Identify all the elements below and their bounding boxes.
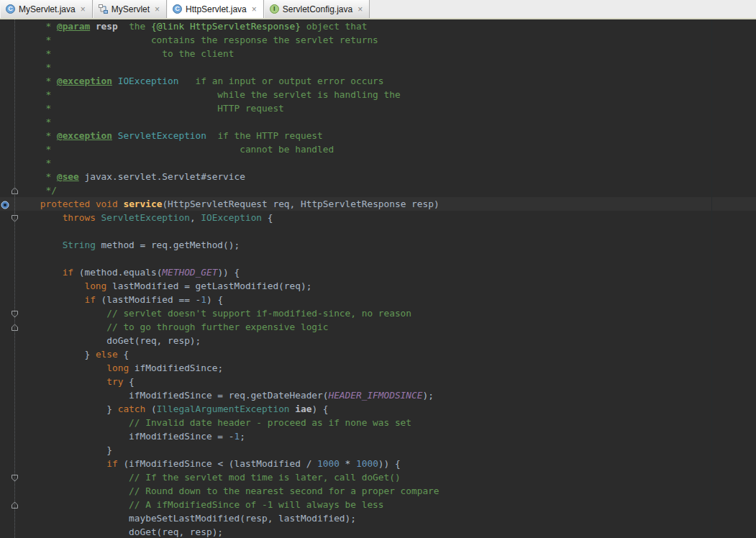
tab-bar-empty-space (370, 0, 756, 18)
tab-label: MyServlet (111, 4, 150, 14)
close-icon[interactable]: × (252, 5, 257, 14)
code-line[interactable]: doGet(req, resp); (0, 334, 756, 347)
code-line[interactable]: // A ifModifiedSince of -1 will always b… (0, 498, 756, 511)
code-line[interactable]: * to the client (0, 47, 756, 60)
code-line[interactable]: } catch (IllegalArgumentException iae) { (0, 402, 756, 416)
fold-start-icon[interactable] (10, 213, 19, 222)
code-line[interactable]: */ (0, 183, 756, 197)
tab-label: HttpServlet.java (186, 4, 247, 14)
close-icon[interactable]: × (155, 5, 160, 14)
code-line[interactable]: // Invalid date header - proceed as if n… (0, 416, 756, 429)
code-line[interactable]: if (ifModifiedSince < (lastModified / 10… (0, 457, 756, 470)
code-line[interactable]: doGet(req, resp); (0, 525, 756, 538)
code-editor[interactable]: * @param resp the {@link HttpServletResp… (0, 19, 756, 538)
code-line[interactable]: * @param resp the {@link HttpServletResp… (0, 19, 756, 33)
code-line[interactable]: * (0, 156, 756, 170)
code-line[interactable]: * cannot be handled (0, 142, 756, 156)
fold-end-icon[interactable] (10, 186, 19, 195)
code-line[interactable]: protected void service(HttpServletReques… (0, 197, 756, 211)
code-line[interactable]: * (0, 115, 756, 129)
code-line[interactable]: * @exception IOException if an input or … (0, 74, 756, 88)
code-line[interactable]: ifModifiedSince = req.getDateHeader(HEAD… (0, 388, 756, 402)
class-icon: C (173, 4, 182, 14)
fold-end-icon[interactable] (10, 322, 19, 332)
code-line[interactable]: // Round down to the nearest second for … (0, 484, 756, 498)
tab-label: MyServlet.java (19, 4, 76, 14)
fold-end-icon[interactable] (10, 500, 19, 509)
diagram-icon (99, 4, 108, 14)
tab-servletconfig-java[interactable]: I ServletConfig.java × (264, 0, 370, 18)
tab-label: ServletConfig.java (283, 4, 352, 14)
editor-tab-bar: C MyServlet.java × MyServlet × C HttpSer… (0, 0, 756, 19)
code-line[interactable]: } (0, 443, 756, 457)
code-line[interactable]: long ifModifiedSince; (0, 361, 756, 375)
code-line[interactable]: } else { (0, 347, 756, 361)
code-area[interactable]: * @param resp the {@link HttpServletResp… (0, 19, 756, 538)
interface-icon: I (270, 4, 279, 14)
code-line[interactable]: * @exception ServletException if the HTT… (0, 129, 756, 142)
tab-httpservlet-java[interactable]: C HttpServlet.java × (167, 0, 264, 18)
close-icon[interactable]: × (81, 5, 86, 14)
tab-myservlet-java[interactable]: C MyServlet.java × (0, 0, 93, 18)
code-line[interactable]: * (0, 60, 756, 74)
code-line[interactable]: * contains the response the servlet retu… (0, 33, 756, 47)
code-line[interactable]: throws ServletException, IOException { (0, 211, 756, 224)
code-line[interactable] (0, 252, 756, 265)
close-icon[interactable]: × (357, 5, 363, 14)
code-line[interactable]: String method = req.getMethod(); (0, 238, 756, 252)
code-line[interactable]: maybeSetLastModified(resp, lastModified)… (0, 511, 756, 525)
code-line[interactable]: if (lastModified == -1) { (0, 293, 756, 306)
tab-myservlet-diagram[interactable]: MyServlet × (93, 0, 167, 18)
code-line[interactable]: // If the servlet mod time is later, cal… (0, 470, 756, 484)
code-line[interactable]: try { (0, 375, 756, 388)
code-line[interactable]: ifModifiedSince = -1; (0, 429, 756, 443)
gutter-fold-line (14, 19, 15, 538)
code-line[interactable] (0, 224, 756, 238)
code-line[interactable]: // servlet doesn't support if-modified-s… (0, 306, 756, 320)
code-line[interactable]: long lastModified = getLastModified(req)… (0, 279, 756, 293)
code-line[interactable]: * while the servlet is handling the (0, 88, 756, 101)
code-line[interactable]: // to go through further expensive logic (0, 320, 756, 334)
code-line[interactable]: * @see javax.servlet.Servlet#service (0, 170, 756, 183)
code-line[interactable]: * HTTP request (0, 101, 756, 115)
code-line[interactable]: if (method.equals(METHOD_GET)) { (0, 265, 756, 279)
fold-start-icon[interactable] (10, 309, 19, 318)
override-method-icon[interactable] (1, 199, 9, 208)
fold-start-icon[interactable] (10, 473, 19, 482)
class-icon: C (6, 4, 15, 14)
